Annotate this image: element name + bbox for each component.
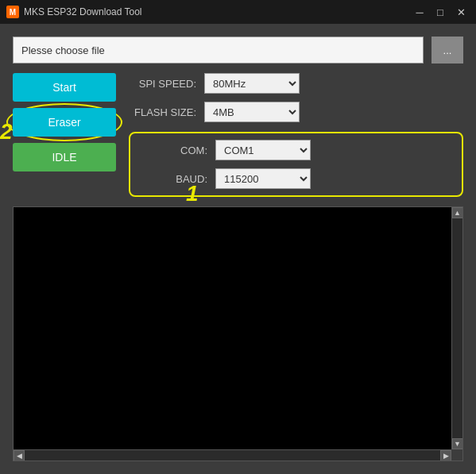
eraser-wrapper: Eraser 2	[13, 108, 116, 137]
scroll-left-arrow[interactable]: ◀	[14, 450, 25, 461]
start-button[interactable]: Start	[13, 73, 116, 102]
controls-section: Start Eraser 2 IDLE SPI SPEED: 80MHz 40M…	[13, 73, 463, 197]
title-bar-controls: ─ □ ✕	[411, 4, 470, 20]
console-area: ▲ ▼ ◀ ▶	[13, 206, 463, 461]
spi-speed-row: SPI SPEED: 80MHz 40MHz 120MHz	[129, 73, 463, 94]
title-bar-text: MKS ESP32 Download Tool	[24, 6, 411, 17]
idle-button[interactable]: IDLE	[13, 143, 116, 171]
file-chooser-row: ...	[13, 37, 463, 64]
close-button[interactable]: ✕	[452, 4, 470, 20]
flash-size-row: FLASH SIZE: 4MB 2MB 8MB 16MB	[129, 102, 463, 122]
baud-row: BAUD: 115200 9600 57600 230400 460800 92…	[140, 168, 452, 189]
spi-speed-select[interactable]: 80MHz 40MHz 120MHz	[204, 73, 300, 94]
scroll-right-arrow[interactable]: ▶	[440, 450, 451, 461]
minimize-button[interactable]: ─	[411, 4, 428, 20]
baud-label: BAUD:	[140, 173, 207, 185]
browse-button[interactable]: ...	[431, 37, 463, 64]
com-label: COM:	[140, 145, 207, 156]
baud-select[interactable]: 115200 9600 57600 230400 460800 921600	[215, 168, 311, 189]
left-buttons: Start Eraser 2 IDLE	[13, 73, 116, 197]
com-row: COM: COM1 COM2 COM3 COM4	[140, 140, 452, 160]
app-icon: M	[6, 6, 19, 18]
scrollbar-corner	[451, 449, 462, 461]
com-baud-box: COM: COM1 COM2 COM3 COM4 BAUD: 115200 96…	[129, 132, 463, 197]
title-bar: M MKS ESP32 Download Tool ─ □ ✕	[0, 0, 476, 24]
file-input[interactable]	[13, 37, 424, 64]
com-select[interactable]: COM1 COM2 COM3 COM4	[215, 140, 311, 160]
main-content: ... Start Eraser 2 IDLE SPI SPEED: 80MHz…	[0, 24, 476, 474]
flash-size-select[interactable]: 4MB 2MB 8MB 16MB	[204, 102, 300, 122]
scroll-track-v[interactable]	[452, 218, 462, 438]
annotation-2: 2	[0, 121, 13, 143]
eraser-button[interactable]: Eraser	[13, 108, 116, 137]
scroll-down-arrow[interactable]: ▼	[452, 438, 463, 449]
scroll-track-h[interactable]	[25, 450, 440, 461]
app-icon-letter: M	[10, 8, 16, 17]
vertical-scrollbar[interactable]: ▲ ▼	[451, 207, 462, 449]
flash-size-label: FLASH SIZE:	[129, 106, 196, 118]
scroll-up-arrow[interactable]: ▲	[452, 207, 463, 218]
right-settings: SPI SPEED: 80MHz 40MHz 120MHz FLASH SIZE…	[129, 73, 463, 197]
spi-speed-label: SPI SPEED:	[129, 78, 196, 90]
maximize-button[interactable]: □	[431, 4, 449, 20]
horizontal-scrollbar[interactable]: ◀ ▶	[14, 449, 451, 461]
